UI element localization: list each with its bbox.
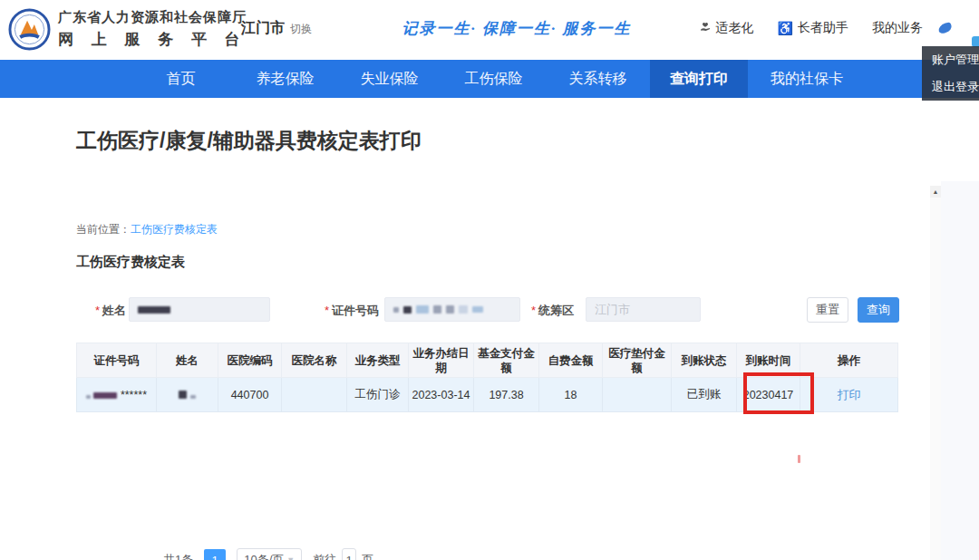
nav-item-query-print[interactable]: 查询打印 [650,60,748,98]
cell-arrival-status: 已到账 [672,378,737,412]
care-hand-icon [699,21,712,35]
cell-settle-date: 2023-03-14 [409,378,474,412]
nav-item-work-injury[interactable]: 工伤保险 [441,60,546,98]
col-arrival-status: 到账状态 [672,343,737,378]
redacted-id-value [433,305,441,314]
print-link[interactable]: 打印 [838,388,861,401]
breadcrumb-current-link[interactable]: 工伤医疗费核定表 [131,223,218,236]
section-title: 工伤医疗费核定表 [76,254,185,271]
cell-business-type: 工伤门诊 [347,378,409,412]
redacted-id-value [472,306,483,313]
my-business-label: 我的业务 [872,20,923,36]
cell-id: ****** [77,378,157,412]
nav-item-transfer[interactable]: 关系转移 [546,60,650,98]
small-red-mark [798,455,800,463]
pagination: 共1条 1 10条/页 ▼ 前往 1 页 [163,547,373,560]
col-action: 操作 [800,343,898,378]
pagination-goto: 前往 1 页 [313,548,373,560]
header-links: 适老化 ♿ 长者助手 我的业务 [699,20,923,36]
pagination-total: 共1条 [163,552,193,560]
elder-helper-label: 长者助手 [798,20,848,36]
page-size-select[interactable]: 10条/页 ▼ [237,548,302,560]
gov-logo-icon [8,8,51,51]
table-row: ****** 440700 工伤门诊 2023-03-14 197.38 18 … [77,378,898,412]
redacted-name-blob [190,395,196,399]
city-selector: 江门市切换 [241,19,312,38]
site-title: 广东省人力资源和社会保障厅 网 上 服 务 平 台 [58,9,247,50]
name-input[interactable] [129,297,270,322]
scroll-up-arrow-icon[interactable]: ▲ [930,186,941,198]
app-window: 广东省人力资源和社会保障厅 网 上 服 务 平 台 江门市切换 记录一生· 保障… [0,0,979,560]
required-mark: * [95,304,100,317]
content-panel: 当前位置：工伤医疗费核定表 工伤医疗费核定表 *姓名 *证件号码 *统筹区 江门… [0,181,979,560]
cell-hospital-name [282,378,347,412]
nav-item-social-card[interactable]: 我的社保卡 [748,60,866,98]
elder-helper-link[interactable]: ♿ 长者助手 [778,20,848,36]
current-city: 江门市 [241,20,285,35]
region-value: 江门市 [595,302,630,318]
col-arrival-time: 到账时间 [737,343,800,378]
switch-city-link[interactable]: 切换 [290,23,312,35]
goto-unit: 页 [362,552,373,560]
vertical-scrollbar[interactable]: ▲ [930,186,941,560]
col-hospital-name: 医院名称 [282,343,347,378]
org-name: 广东省人力资源和社会保障厅 [58,9,247,26]
chevron-down-icon: ▼ [286,555,295,560]
name-label: *姓名 [95,303,126,319]
reset-button[interactable]: 重置 [807,297,848,323]
col-self-amount: 自费金额 [539,343,603,378]
breadcrumb: 当前位置：工伤医疗费核定表 [76,222,218,237]
breadcrumb-label: 当前位置： [76,223,131,236]
col-fund-amount: 基金支付金额 [474,343,539,378]
cell-action: 打印 [800,378,898,412]
page-title: 工伤医疗/康复/辅助器具费核定表打印 [76,127,422,155]
menu-item-account[interactable]: 账户管理 [922,46,979,73]
wheelchair-icon: ♿ [778,22,793,34]
pagination-page-1-button[interactable]: 1 [204,549,226,560]
main-nav: 首页 养老保险 失业保险 工伤保险 关系转移 查询打印 我的社保卡 [0,60,979,98]
cell-fund-amount: 197.38 [474,378,539,412]
results-table: 证件号码 姓名 医院编码 医院名称 业务类型 业务办结日期 基金支付金额 自费金… [76,343,898,412]
redacted-name-value [138,306,170,314]
menu-item-logout[interactable]: 退出登录 [922,73,979,101]
col-business-type: 业务类型 [347,343,409,378]
elder-mode-link[interactable]: 适老化 [699,20,754,36]
user-dropdown-menu: 账户管理 退出登录 [922,46,979,101]
redacted-id-value [459,305,468,314]
required-mark: * [325,304,329,317]
cell-advance-amount [603,378,672,412]
col-advance-amount: 医疗垫付金额 [603,343,672,378]
page-size-value: 10条/页 [244,552,284,560]
query-form: *姓名 *证件号码 *统筹区 江门市 重置 查询 [0,297,941,323]
masked-id-text: ****** [121,389,147,401]
nav-item-unemployment[interactable]: 失业保险 [337,60,441,98]
goto-label: 前往 [313,552,336,560]
cell-self-amount: 18 [539,378,603,412]
cell-name [157,378,218,412]
redacted-name-blob [179,391,187,399]
col-hospital-code: 医院编码 [218,343,282,378]
col-id: 证件号码 [77,343,157,378]
platform-name: 网 上 服 务 平 台 [58,29,247,50]
id-input[interactable] [384,297,520,322]
redacted-id-value [416,305,429,314]
goto-page-input[interactable]: 1 [342,548,356,560]
required-mark: * [531,304,536,317]
panel-right-strip [941,181,979,560]
search-button[interactable]: 查询 [858,297,899,323]
region-label: *统筹区 [531,303,574,319]
user-avatar-icon[interactable] [937,22,953,34]
id-label: *证件号码 [325,303,379,319]
col-settle-date: 业务办结日期 [409,343,474,378]
cell-hospital-code: 440700 [218,378,282,412]
region-input[interactable]: 江门市 [586,297,701,322]
col-name: 姓名 [157,343,218,378]
redacted-id-blob [93,392,117,399]
nav-item-pension[interactable]: 养老保险 [233,60,337,98]
redacted-id-value [446,305,454,314]
table-header-row: 证件号码 姓名 医院编码 医院名称 业务类型 业务办结日期 基金支付金额 自费金… [77,343,898,378]
nav-item-home[interactable]: 首页 [129,60,233,98]
top-header: 广东省人力资源和社会保障厅 网 上 服 务 平 台 江门市切换 记录一生· 保障… [0,0,979,60]
redacted-id-blob [86,395,91,399]
my-business-link[interactable]: 我的业务 [872,20,923,36]
